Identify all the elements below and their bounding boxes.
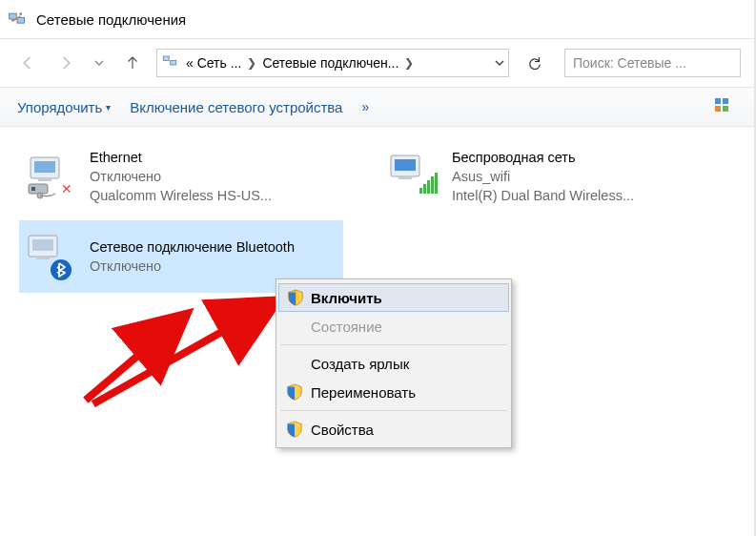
context-menu: Включить Состояние Создать ярлык Переиме…	[276, 278, 512, 448]
svg-line-29	[86, 313, 189, 401]
svg-rect-18	[395, 159, 416, 171]
shield-icon	[286, 421, 303, 438]
menu-separator	[280, 410, 507, 411]
address-dropdown[interactable]	[495, 55, 504, 71]
svg-rect-21	[423, 184, 426, 194]
adapter-name: Беспроводная сеть	[452, 148, 698, 167]
menu-status: Состояние	[278, 312, 509, 340]
bluetooth-adapter-icon	[27, 232, 76, 281]
svg-rect-3	[20, 12, 23, 15]
adapter-wifi[interactable]: Беспроводная сеть Asus_wifi Intel(R) Dua…	[381, 140, 705, 213]
window-title: Сетевые подключения	[36, 11, 186, 28]
wifi-adapter-icon	[389, 152, 439, 201]
chevron-right-icon[interactable]: ❯	[245, 56, 258, 70]
menu-properties[interactable]: Свойства	[278, 415, 509, 443]
ethernet-adapter-icon: ✕	[27, 152, 76, 201]
organize-label: Упорядочить	[17, 99, 102, 115]
adapter-status: Отключено	[90, 167, 336, 186]
svg-rect-20	[419, 188, 422, 194]
svg-rect-1	[17, 17, 25, 23]
menu-properties-label: Свойства	[311, 422, 374, 438]
breadcrumb-root[interactable]: « Сеть ...	[182, 55, 245, 71]
toolbar-overflow[interactable]: »	[361, 99, 369, 114]
svg-rect-0	[10, 13, 17, 19]
menu-shortcut-label: Создать ярлык	[311, 356, 409, 372]
menu-enable[interactable]: Включить	[278, 283, 509, 312]
adapter-name: Ethernet	[90, 148, 336, 167]
view-options-icon[interactable]	[714, 101, 737, 117]
svg-rect-4	[163, 56, 169, 61]
menu-rename-label: Переименовать	[311, 384, 416, 401]
menu-status-label: Состояние	[311, 319, 382, 335]
svg-line-30	[93, 299, 280, 404]
svg-rect-2	[11, 19, 14, 22]
svg-rect-9	[723, 106, 728, 112]
svg-rect-12	[38, 178, 51, 181]
svg-text:✕: ✕	[61, 181, 72, 196]
enable-device-label: Включение сетевого устройства	[130, 99, 342, 115]
enable-device-action[interactable]: Включение сетевого устройства	[130, 99, 342, 115]
breadcrumb-current[interactable]: Сетевые подключен...	[258, 55, 402, 71]
network-connections-icon	[8, 10, 27, 29]
adapter-name: Сетевое подключение Bluetooth	[90, 237, 336, 257]
shield-icon	[287, 289, 304, 306]
nav-forward-button[interactable]	[51, 49, 80, 77]
adapter-status: Отключено	[90, 257, 336, 276]
svg-rect-5	[171, 60, 176, 65]
dropdown-arrow-icon: ▾	[106, 102, 111, 113]
menu-rename[interactable]: Переименовать	[278, 378, 509, 406]
svg-rect-22	[427, 180, 430, 194]
organize-menu[interactable]: Упорядочить ▾	[17, 99, 111, 115]
adapter-device: Intel(R) Dual Band Wireless...	[452, 186, 643, 205]
chevron-right-icon[interactable]: ❯	[402, 56, 416, 70]
nav-up-button[interactable]	[118, 49, 147, 77]
menu-enable-label: Включить	[311, 290, 382, 306]
svg-rect-24	[435, 173, 438, 194]
svg-rect-7	[723, 98, 728, 104]
shield-icon	[286, 383, 303, 401]
adapter-ethernet[interactable]: ✕ Ethernet Отключено Qualcomm Wireless H…	[19, 140, 343, 213]
svg-rect-8	[715, 106, 721, 112]
svg-rect-11	[34, 161, 55, 173]
network-path-icon	[161, 53, 178, 73]
refresh-button[interactable]	[522, 54, 547, 72]
nav-history-dropdown[interactable]	[90, 49, 109, 77]
nav-back-button[interactable]	[13, 49, 42, 77]
search-input[interactable]: Поиск: Сетевые ...	[564, 49, 741, 77]
search-placeholder: Поиск: Сетевые ...	[573, 55, 686, 71]
svg-rect-23	[431, 176, 434, 194]
svg-rect-26	[32, 239, 53, 251]
menu-separator	[280, 344, 507, 345]
svg-rect-14	[31, 187, 35, 191]
menu-create-shortcut[interactable]: Создать ярлык	[278, 349, 509, 378]
adapter-status: Asus_wifi	[452, 167, 698, 186]
svg-rect-6	[715, 98, 721, 104]
address-bar[interactable]: « Сеть ... ❯ Сетевые подключен... ❯	[156, 49, 509, 77]
adapter-device: Qualcomm Wireless HS-US...	[90, 186, 280, 205]
svg-rect-19	[398, 176, 412, 179]
svg-rect-27	[36, 257, 50, 259]
